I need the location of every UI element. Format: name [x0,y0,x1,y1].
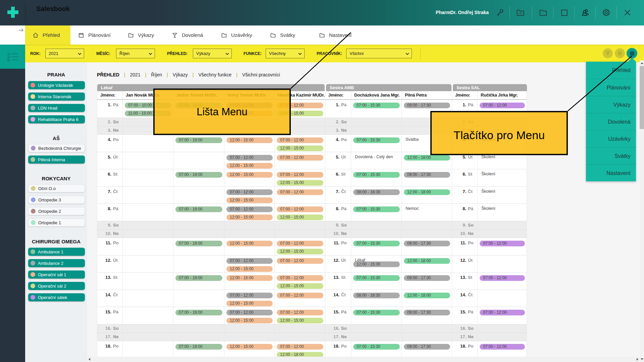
svg-text:N: N [520,11,522,15]
